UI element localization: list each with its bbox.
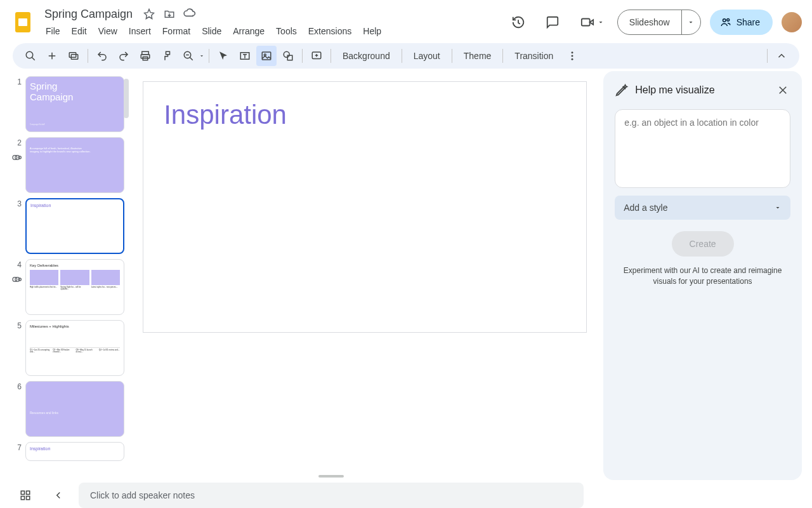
chevron-down-icon <box>774 204 782 211</box>
history-icon[interactable] <box>506 10 531 35</box>
theme-button[interactable]: Theme <box>456 46 499 66</box>
bottom-bar: Click to add speaker notes <box>0 480 812 508</box>
menu-edit[interactable]: Edit <box>67 23 92 39</box>
slideshow-button-group: Slideshow <box>617 10 701 35</box>
notes-resize-handle[interactable] <box>318 475 344 478</box>
menu-slide[interactable]: Slide <box>197 23 226 39</box>
collapse-filmstrip-icon[interactable] <box>46 483 71 508</box>
image-icon[interactable] <box>256 46 277 66</box>
close-icon[interactable] <box>775 83 790 98</box>
user-avatar[interactable] <box>782 12 802 32</box>
svg-rect-29 <box>21 497 24 500</box>
thumb-number: 7 <box>13 442 22 461</box>
zoom-icon[interactable] <box>178 46 199 66</box>
menu-insert[interactable]: Insert <box>124 23 156 39</box>
menu-bar: File Edit View Insert Format Slide Arran… <box>41 23 386 39</box>
prompt-input[interactable] <box>615 109 790 188</box>
menu-tools[interactable]: Tools <box>271 23 302 39</box>
comments-icon[interactable] <box>540 10 565 35</box>
new-slide-icon[interactable] <box>42 46 62 66</box>
svg-rect-28 <box>27 491 30 494</box>
svg-rect-27 <box>21 491 24 494</box>
slideshow-button[interactable]: Slideshow <box>618 10 681 34</box>
collapse-toolbar-icon[interactable] <box>771 46 792 66</box>
new-slide-layout-icon[interactable] <box>63 46 84 66</box>
layout-button[interactable]: Layout <box>406 46 448 66</box>
slides-icon <box>11 11 34 34</box>
thumb-number: 1 <box>13 76 22 132</box>
select-icon[interactable] <box>213 46 233 66</box>
textbox-icon[interactable] <box>235 46 255 66</box>
svg-rect-30 <box>27 497 30 500</box>
slide-thumb-1[interactable]: 1 SpringCampaign Campaign Kickoff <box>13 76 130 132</box>
svg-point-3 <box>723 19 726 22</box>
slide-thumb-5[interactable]: 5 Milestones + Highlights Q1 • Jan 25 co… <box>13 320 130 376</box>
panel-title: Help me visualize <box>635 84 769 96</box>
transition-button[interactable]: Transition <box>507 46 561 66</box>
redo-icon[interactable] <box>114 46 134 66</box>
chevron-down-icon[interactable] <box>199 53 205 59</box>
chevron-down-icon <box>597 18 605 26</box>
share-button[interactable]: Share <box>710 10 773 35</box>
toolbar: Background Layout Theme Transition <box>13 43 799 69</box>
meet-button[interactable] <box>574 10 608 35</box>
more-icon[interactable] <box>562 46 582 66</box>
comment-add-icon[interactable] <box>306 46 327 66</box>
svg-rect-2 <box>582 19 590 26</box>
slide-thumb-3[interactable]: 3 Inspiration <box>13 198 130 254</box>
slide-thumb-7[interactable]: 7 Inspiration <box>13 442 130 461</box>
menu-help[interactable]: Help <box>358 23 386 39</box>
star-icon[interactable] <box>141 6 157 22</box>
slide-title[interactable]: Inspiration <box>164 100 566 130</box>
slides-logo[interactable] <box>10 10 36 35</box>
help-me-visualize-panel: Help me visualize Add a style Create Exp… <box>603 71 802 480</box>
print-icon[interactable] <box>135 46 155 66</box>
pencil-sparkle-icon <box>615 83 629 97</box>
slide-thumb-6[interactable]: 6 Resources and links <box>13 381 130 437</box>
grid-view-icon[interactable] <box>13 483 38 508</box>
slide-thumb-2[interactable]: 2 A campaign full of fresh, fantastical,… <box>13 137 130 193</box>
share-label: Share <box>737 17 760 27</box>
background-button[interactable]: Background <box>335 46 398 66</box>
undo-icon[interactable] <box>92 46 112 66</box>
move-icon[interactable] <box>162 6 177 22</box>
menu-file[interactable]: File <box>41 23 65 39</box>
menu-arrange[interactable]: Arrange <box>228 23 270 39</box>
notes-placeholder: Click to add speaker notes <box>90 490 195 500</box>
app-header: Spring Campaign File Edit View Insert Fo… <box>0 0 812 41</box>
title-area: Spring Campaign File Edit View Insert Fo… <box>41 6 386 39</box>
paint-format-icon[interactable] <box>157 46 177 66</box>
svg-point-19 <box>572 55 573 57</box>
canvas-area[interactable]: Inspiration <box>130 71 599 480</box>
svg-point-5 <box>26 51 33 58</box>
menu-view[interactable]: View <box>93 23 122 39</box>
style-dropdown[interactable]: Add a style <box>615 196 790 220</box>
svg-point-20 <box>572 58 573 60</box>
animation-badge-icon <box>11 152 22 163</box>
svg-rect-1 <box>18 18 27 26</box>
style-label: Add a style <box>624 203 667 213</box>
slide-thumb-4[interactable]: 4 Key Deliverables High traffic placemen… <box>13 259 130 315</box>
thumb-number: 6 <box>13 381 22 437</box>
video-icon <box>580 15 594 29</box>
svg-point-15 <box>284 51 289 57</box>
thumb-number: 5 <box>13 320 22 376</box>
svg-point-4 <box>727 18 730 21</box>
cloud-status-icon[interactable] <box>182 6 197 22</box>
create-button: Create <box>672 231 734 257</box>
speaker-notes-input[interactable]: Click to add speaker notes <box>79 483 584 508</box>
panel-description: Experiment with our AI to create and rei… <box>615 265 790 287</box>
slide-canvas[interactable]: Inspiration <box>143 81 587 333</box>
document-title[interactable]: Spring Campaign <box>41 6 136 22</box>
svg-rect-13 <box>262 52 271 60</box>
slideshow-dropdown[interactable] <box>681 10 700 34</box>
shape-icon[interactable] <box>278 46 298 66</box>
menu-extensions[interactable]: Extensions <box>303 23 357 39</box>
menu-format[interactable]: Format <box>157 23 195 39</box>
slide-filmstrip[interactable]: 1 SpringCampaign Campaign Kickoff 2 A ca… <box>0 71 130 480</box>
search-icon[interactable] <box>20 46 41 66</box>
people-icon <box>720 17 731 28</box>
thumb-number: 3 <box>13 198 22 254</box>
svg-point-18 <box>572 51 573 53</box>
chevron-down-icon <box>687 18 695 26</box>
